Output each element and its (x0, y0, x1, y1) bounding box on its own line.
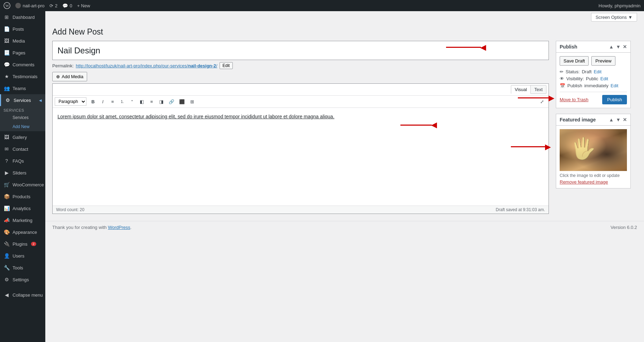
screen-options-button[interactable]: Screen Options ▼ (591, 13, 637, 22)
editor-area: Visual Text Paragraph Heading 1 Heading … (52, 83, 549, 214)
wp-logo[interactable]: W (3, 2, 10, 9)
status-edit-link[interactable]: Edit (594, 69, 601, 74)
format-select[interactable]: Paragraph Heading 1 Heading 2 Heading 3 (55, 97, 86, 106)
wordpress-link[interactable]: WordPress (108, 225, 130, 230)
sidebar-item-tools[interactable]: 🔧 Tools (0, 262, 45, 274)
comments-icon: 💬 (3, 61, 10, 68)
status-label: Status: (566, 69, 580, 74)
chevron-up-icon[interactable]: ▲ (609, 44, 614, 50)
toolbar-align-left[interactable]: ◧ (137, 97, 146, 106)
draft-saved: Draft saved at 9:31:03 am. (496, 207, 545, 212)
featured-image-panel: Featured image ▲ ▼ ✕ (556, 114, 631, 188)
posts-icon: 📄 (3, 26, 10, 32)
toolbar-blockquote[interactable]: " (128, 97, 137, 106)
chevron-down-icon[interactable]: ▼ (616, 44, 621, 50)
visibility-edit-link[interactable]: Edit (600, 76, 608, 81)
toolbar-more[interactable]: ⬛ (177, 97, 187, 106)
toolbar-bold[interactable]: B (89, 97, 98, 106)
editor-toolbar: Paragraph Heading 1 Heading 2 Heading 3 … (53, 96, 549, 108)
sidebar-item-woocommerce[interactable]: 🛒 WooCommerce (0, 179, 45, 191)
sidebar-item-comments[interactable]: 💬 Comments (0, 59, 45, 70)
site-name[interactable]: nail-art-pro (15, 3, 45, 8)
updates-icon-item[interactable]: ⟳ 2 (49, 3, 58, 8)
sidebar-item-posts[interactable]: 📄 Posts (0, 23, 45, 35)
sidebar-item-pages[interactable]: 📃 Pages (0, 47, 45, 59)
preview-button[interactable]: Preview (591, 56, 615, 66)
sidebar-item-analytics[interactable]: 📊 Analytics (0, 202, 45, 214)
sidebar-item-media[interactable]: 🖼 Media (0, 35, 45, 47)
featured-image-panel-body: ▶ Click the image to edit or update Remo… (556, 126, 630, 188)
remove-featured-image-link[interactable]: Remove featured image (560, 179, 627, 185)
toolbar-link[interactable]: 🔗 (167, 97, 176, 106)
editor-content-area[interactable]: Lorem ipsum dolor sit amet, consectetur … (53, 108, 549, 206)
add-media-label: Add Media (62, 74, 83, 79)
editor-tab-row: Visual Text (53, 84, 549, 96)
publish-button[interactable]: Publish (602, 95, 627, 104)
publish-panel-header: Publish ▲ ▼ ✕ (556, 41, 630, 53)
sidebar-item-appearance[interactable]: 🎨 Appearance (0, 226, 45, 238)
sidebar-item-marketing[interactable]: 📣 Marketing (0, 214, 45, 226)
toolbar-table[interactable]: ⊞ (187, 97, 197, 106)
submenu-item-add-new[interactable]: Add New (0, 122, 45, 131)
toolbar-ul[interactable]: ≡ (108, 97, 117, 106)
move-to-trash-link[interactable]: Move to Trash (560, 97, 588, 102)
chevron-down-icon[interactable]: ▼ (616, 117, 621, 122)
gallery-icon: 🖼 (3, 134, 10, 140)
chevron-up-icon[interactable]: ▲ (609, 117, 614, 122)
toolbar-ol[interactable]: 1. (118, 97, 127, 106)
toolbar-align-right[interactable]: ◨ (157, 97, 166, 106)
comments-icon-item[interactable]: 💬 0 (62, 3, 72, 8)
comments-count: 0 (70, 3, 72, 8)
plugins-badge: 2 (31, 242, 36, 246)
visibility-icon: 👁 (560, 76, 564, 81)
sidebar-item-label: Users (13, 253, 24, 259)
updates-icon: ⟳ (49, 3, 53, 8)
sidebar-item-label: Posts (13, 27, 24, 32)
visibility-label: Visibility: (566, 76, 584, 81)
permalink-edit-button[interactable]: Edit (220, 62, 233, 69)
publish-panel-controls: ▲ ▼ ✕ (609, 44, 627, 50)
products-icon: 📦 (3, 193, 10, 200)
close-icon[interactable]: ✕ (623, 44, 627, 50)
close-icon[interactable]: ✕ (623, 117, 627, 122)
sidebar-item-label: Comments (13, 62, 34, 67)
sidebar-item-users[interactable]: 👤 Users (0, 250, 45, 262)
status-icon: ✏ (560, 69, 564, 74)
toolbar-italic[interactable]: I (98, 97, 107, 106)
tab-text[interactable]: Text (531, 85, 546, 94)
sidebar-item-testimonials[interactable]: ★ Testimonials (0, 70, 45, 82)
sidebar-item-services[interactable]: ⚙ Services ◀ (0, 94, 45, 106)
sidebar-item-label: Settings (13, 277, 29, 282)
admin-sidebar: ⊞ Dashboard 📄 Posts 🖼 Media 📃 Pages 💬 Co… (0, 11, 45, 342)
faqs-icon: ? (3, 158, 10, 164)
permalink-url[interactable]: http://localhost/luzuk/nail-art-pro/inde… (76, 63, 217, 68)
sidebar-item-label: Plugins (13, 241, 28, 247)
toolbar-align-center[interactable]: ≡ (147, 97, 156, 106)
publish-time-value: immediately (584, 83, 608, 88)
publish-time-edit-link[interactable]: Edit (611, 83, 618, 88)
submenu-item-services-all[interactable]: Services (0, 113, 45, 122)
sidebar-item-collapse[interactable]: ◀ Collapse menu (0, 289, 45, 301)
sidebar-item-sliders[interactable]: ▶ Sliders (0, 167, 45, 179)
sidebar-item-products[interactable]: 📦 Products (0, 191, 45, 202)
new-item-btn[interactable]: + New (77, 3, 90, 8)
featured-image-thumbnail[interactable] (560, 129, 627, 171)
sidebar-item-plugins[interactable]: 🔌 Plugins 2 (0, 238, 45, 250)
sidebar-item-label: Gallery (13, 135, 27, 140)
publish-time-label: Publish (567, 83, 582, 88)
sidebar-item-settings[interactable]: ⚙ Settings (0, 274, 45, 285)
sidebar-item-contact[interactable]: ✉ Contact (0, 143, 45, 155)
editor-footer: Word count: 20 Draft saved at 9:31:03 am… (53, 206, 549, 214)
sidebar-item-dashboard[interactable]: ⊞ Dashboard (0, 11, 45, 23)
save-draft-button[interactable]: Save Draft (560, 56, 589, 66)
footer-thank-you: Thank you for creating with WordPress. (52, 225, 131, 230)
title-area: ◀ (52, 41, 549, 62)
add-media-button[interactable]: ⊕ Add Media (52, 72, 87, 81)
sidebar-item-gallery[interactable]: 🖼 Gallery (0, 131, 45, 143)
wp-version: Version 6.0.2 (611, 225, 637, 230)
sidebar-item-label: Dashboard (13, 15, 35, 20)
sidebar-item-teams[interactable]: 👥 Teams (0, 82, 45, 94)
sidebar-item-faqs[interactable]: ? FAQs (0, 155, 45, 167)
services-arrow: ◀ (39, 98, 42, 102)
tab-visual[interactable]: Visual (511, 85, 531, 94)
